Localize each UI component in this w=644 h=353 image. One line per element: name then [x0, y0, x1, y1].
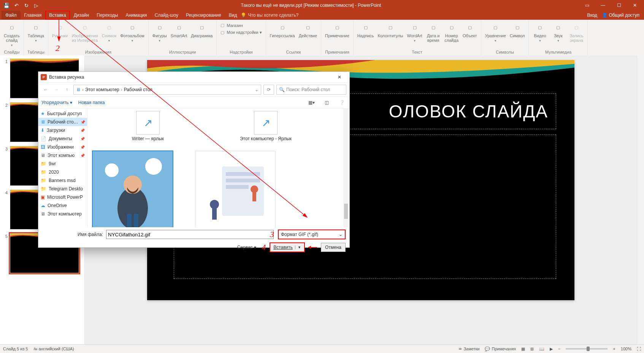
ribbon-рисунки[interactable]: ▢Рисунки — [51, 21, 70, 39]
ribbon-display-options-icon[interactable]: ▭ — [579, 0, 595, 11]
tab-review[interactable]: Рецензирование — [182, 11, 225, 20]
ribbon-создать[interactable]: ▢Создатьслайд▼ — [2, 21, 21, 49]
tab-view[interactable]: Вид — [225, 11, 241, 20]
ribbon-снимок[interactable]: ▢Снимок▼ — [100, 21, 118, 44]
ribbon-запись[interactable]: ▢Записьэкрана — [568, 21, 585, 43]
ribbon-group-label: Слайды — [4, 50, 19, 55]
window-title: Такого вы ещё не видели.ppt [Режим совме… — [43, 3, 579, 8]
ribbon-таблица[interactable]: ▢Таблица▼ — [26, 21, 46, 44]
start-from-beginning-icon[interactable]: ▷ — [32, 1, 40, 9]
ribbon-видео[interactable]: ▢Видео▼ — [531, 21, 549, 44]
ribbon-гиперссылка[interactable]: ▢Гиперссылка — [268, 21, 297, 39]
close-button[interactable]: ✕ — [627, 0, 642, 11]
ribbon-дата-и[interactable]: ▢Дата ивремя — [425, 21, 442, 43]
slide-thumbnails[interactable]: 12345 — [0, 55, 85, 56]
redo-icon[interactable]: ↻ — [22, 1, 30, 9]
minimize-button[interactable]: — — [595, 0, 611, 11]
tab-insert[interactable]: Вставка — [45, 11, 70, 20]
save-icon[interactable]: 💾 — [2, 1, 11, 9]
ribbon-group-label: Таблицы — [27, 50, 44, 55]
ribbon-group-label: Надстройки — [230, 50, 252, 55]
workspace: 12345 ОЛОВОК СЛАЙДА — [0, 55, 644, 56]
ribbon: ▢Создатьслайд▼Слайды▢Таблица▼Таблицы▢Рис… — [0, 20, 644, 56]
share-button[interactable]: 👤 Общий доступ — [602, 13, 639, 18]
ribbon-group-label: Символы — [496, 50, 514, 55]
tab-home[interactable]: Главная — [21, 11, 46, 20]
ribbon-smartart[interactable]: ▢SmartArt — [169, 21, 189, 39]
ribbon-колонтитулы[interactable]: ▢Колонтитулы — [376, 21, 405, 39]
ribbon-символ[interactable]: ▢Символ — [508, 21, 527, 39]
ribbon-диаграмма[interactable]: ▢Диаграмма — [189, 21, 214, 39]
ribbon-мои-надстройки[interactable]: ▢Мои надстройки ▾ — [220, 30, 262, 35]
ribbon-звук[interactable]: ▢Звук▼ — [549, 21, 567, 44]
account-area: Вход 👤 Общий доступ — [584, 13, 642, 18]
ribbon-tabs: Файл Главная Вставка Дизайн Переходы Ани… — [0, 11, 644, 20]
vertical-scrollbar[interactable] — [637, 55, 644, 56]
tell-me[interactable]: 💡 Что вы хотите сделать? — [241, 13, 298, 18]
ribbon-магазин[interactable]: ▢Магазин — [220, 23, 262, 28]
window-controls: ▭ — ☐ ✕ — [579, 0, 644, 11]
tab-animations[interactable]: Анимация — [122, 11, 151, 20]
ribbon-изображения[interactable]: ▢Изображенияиз Интернета — [70, 21, 99, 43]
ribbon-фигуры[interactable]: ▢Фигуры▼ — [151, 21, 168, 44]
tab-design[interactable]: Дизайн — [70, 11, 93, 20]
signin-link[interactable]: Вход — [587, 13, 597, 18]
title-bar: 💾 ↶ ↻ ▷ Такого вы ещё не видели.ppt [Реж… — [0, 0, 644, 11]
ribbon-действие[interactable]: ▢Действие — [297, 21, 319, 39]
ribbon-group-label: Текст — [412, 50, 422, 55]
ribbon-примечание[interactable]: ▢Примечание — [324, 21, 351, 39]
ribbon-wordart[interactable]: ▢WordArt▼ — [406, 21, 424, 44]
annotation-2: 2 — [56, 43, 60, 53]
ribbon-объект[interactable]: ▢Объект — [461, 21, 479, 39]
tab-slideshow[interactable]: Слайд-шоу — [151, 11, 182, 20]
quick-access-toolbar: 💾 ↶ ↻ ▷ — [0, 1, 43, 9]
tab-file[interactable]: Файл — [2, 11, 21, 20]
ribbon-фотоальбом[interactable]: ▢Фотоальбом▼ — [119, 21, 146, 44]
slide-editor[interactable]: ОЛОВОК СЛАЙДА — [85, 55, 637, 56]
undo-icon[interactable]: ↶ — [12, 1, 21, 9]
ribbon-номер[interactable]: ▢Номерслайда — [443, 21, 460, 43]
ribbon-group-label: Иллюстрации — [169, 50, 196, 55]
ribbon-group-label: Мультимедиа — [545, 50, 571, 55]
ribbon-уравнение[interactable]: ▢Уравнение▼ — [484, 21, 508, 44]
ribbon-group-label: Изображения — [85, 50, 111, 55]
ribbon-group-label: Примечания — [325, 50, 349, 55]
maximize-button[interactable]: ☐ — [611, 0, 627, 11]
ribbon-group-label: Ссылки — [286, 50, 301, 55]
tell-me-label: Что вы хотите сделать? — [248, 13, 298, 18]
ribbon-надпись[interactable]: ▢Надпись — [356, 21, 376, 39]
tab-transitions[interactable]: Переходы — [93, 11, 122, 20]
